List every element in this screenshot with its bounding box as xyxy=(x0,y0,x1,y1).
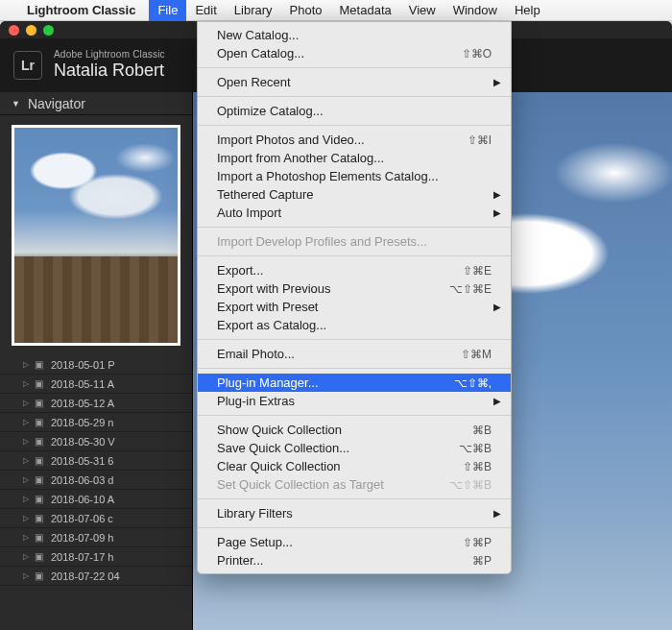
menu-item-shortcut: ⌥⌘B xyxy=(459,442,492,455)
disclosure-triangle-icon: ▷ xyxy=(23,437,29,446)
folder-icon: ▣ xyxy=(35,398,43,408)
submenu-arrow-icon: ▶ xyxy=(493,508,501,519)
folder-name: 2018-05-29 n xyxy=(51,417,113,428)
folder-row[interactable]: ▷▣2018-05-29 n xyxy=(0,413,192,432)
menubar-item-view[interactable]: View xyxy=(400,0,444,21)
menu-item-library-filters[interactable]: Library Filters▶ xyxy=(198,504,511,522)
folder-row[interactable]: ▷▣2018-07-22 04 xyxy=(0,567,192,586)
folder-icon: ▣ xyxy=(35,436,43,447)
file-menu-dropdown: New Catalog...Open Catalog...⇧⌘OOpen Rec… xyxy=(197,21,512,574)
menubar-item-window[interactable]: Window xyxy=(444,0,506,21)
menu-item-save-quick-collection[interactable]: Save Quick Collection...⌥⌘B xyxy=(198,439,511,457)
menu-item-label: Email Photo... xyxy=(217,347,451,361)
menubar-item-photo[interactable]: Photo xyxy=(281,0,331,21)
folder-name: 2018-06-10 A xyxy=(51,494,114,505)
menu-item-export-as-catalog[interactable]: Export as Catalog... xyxy=(198,316,511,334)
folder-row[interactable]: ▷▣2018-05-11 A xyxy=(0,375,192,394)
left-panel: ▼ Navigator ▷▣2018-05-01 P▷▣2018-05-11 A… xyxy=(0,92,193,630)
menubar-item-metadata[interactable]: Metadata xyxy=(331,0,400,21)
folder-row[interactable]: ▷▣2018-07-17 h xyxy=(0,547,192,567)
menu-item-label: Import from Another Catalog... xyxy=(217,151,492,165)
menu-item-new-catalog[interactable]: New Catalog... xyxy=(198,26,511,44)
menu-item-shortcut: ⇧⌘O xyxy=(462,47,492,61)
menu-item-label: Export with Previous xyxy=(217,281,440,296)
folder-row[interactable]: ▷▣2018-06-10 A xyxy=(0,490,192,509)
menu-item-label: Plug-in Manager... xyxy=(217,376,444,390)
menu-item-set-quick-collection-as-target: Set Quick Collection as Target⌥⇧⌘B xyxy=(198,475,511,494)
folder-name: 2018-05-31 6 xyxy=(51,455,113,467)
menu-item-tethered-capture[interactable]: Tethered Capture▶ xyxy=(198,185,511,204)
folder-row[interactable]: ▷▣2018-07-09 h xyxy=(0,528,192,547)
menu-item-label: Export as Catalog... xyxy=(217,318,492,332)
folder-name: 2018-07-22 04 xyxy=(51,570,120,582)
menu-item-import-develop-profiles-and-presets: Import Develop Profiles and Presets... xyxy=(198,232,511,251)
menu-item-shortcut: ⌥⇧⌘, xyxy=(454,376,492,390)
menu-item-import-photos-and-video[interactable]: Import Photos and Video...⇧⌘I xyxy=(198,131,511,149)
menu-item-label: Auto Import xyxy=(217,206,492,220)
menubar-item-help[interactable]: Help xyxy=(506,0,549,21)
minimize-icon[interactable] xyxy=(26,25,36,36)
folder-icon: ▣ xyxy=(35,494,43,504)
folder-name: 2018-06-03 d xyxy=(51,474,113,486)
menubar-item-file[interactable]: File xyxy=(149,0,186,21)
disclosure-triangle-icon: ▷ xyxy=(23,360,29,369)
submenu-arrow-icon: ▶ xyxy=(493,77,501,87)
menu-separator xyxy=(198,125,511,126)
menubar-app-name[interactable]: Lightroom Classic xyxy=(27,3,135,17)
folder-row[interactable]: ▷▣2018-05-30 V xyxy=(0,432,192,451)
menu-item-plug-in-extras[interactable]: Plug-in Extras▶ xyxy=(198,392,511,410)
menu-item-import-a-photoshop-elements-catalog[interactable]: Import a Photoshop Elements Catalog... xyxy=(198,167,511,185)
menubar-item-library[interactable]: Library xyxy=(226,0,281,21)
menu-item-label: Save Quick Collection... xyxy=(217,441,449,455)
menu-item-export-with-previous[interactable]: Export with Previous⌥⇧⌘E xyxy=(198,279,511,298)
navigator-title: Navigator xyxy=(28,96,85,111)
menu-item-email-photo[interactable]: Email Photo...⇧⌘M xyxy=(198,345,511,363)
folder-icon: ▣ xyxy=(35,551,43,562)
disclosure-triangle-icon: ▷ xyxy=(23,379,29,388)
menu-separator xyxy=(198,255,511,256)
disclosure-triangle-icon: ▷ xyxy=(23,456,29,465)
folder-row[interactable]: ▷▣2018-05-01 P xyxy=(0,355,192,375)
disclosure-triangle-icon: ▷ xyxy=(23,418,29,426)
menu-item-open-catalog[interactable]: Open Catalog...⇧⌘O xyxy=(198,44,511,62)
disclosure-triangle-icon: ▷ xyxy=(23,571,29,580)
menu-item-shortcut: ⌘P xyxy=(472,554,492,568)
macos-menubar: Lightroom Classic FileEditLibraryPhotoMe… xyxy=(0,0,672,21)
submenu-arrow-icon: ▶ xyxy=(493,396,501,406)
folder-name: 2018-07-09 h xyxy=(51,532,113,544)
navigator-preview[interactable] xyxy=(12,125,180,346)
menu-item-shortcut: ⇧⌘B xyxy=(463,460,492,473)
folder-row[interactable]: ▷▣2018-05-12 A xyxy=(0,394,192,413)
menu-item-export[interactable]: Export...⇧⌘E xyxy=(198,261,511,279)
menu-item-label: Open Recent xyxy=(217,75,492,89)
menu-separator xyxy=(198,67,511,68)
menu-item-auto-import[interactable]: Auto Import▶ xyxy=(198,204,511,222)
folder-row[interactable]: ▷▣2018-05-31 6 xyxy=(0,451,192,471)
close-icon[interactable] xyxy=(9,25,19,36)
menu-item-printer[interactable]: Printer...⌘P xyxy=(198,551,511,569)
folder-name: 2018-07-17 h xyxy=(51,551,113,563)
folder-icon: ▣ xyxy=(35,417,43,427)
folder-row[interactable]: ▷▣2018-06-03 d xyxy=(0,471,192,490)
folder-name: 2018-05-01 P xyxy=(51,359,115,371)
menu-item-optimize-catalog[interactable]: Optimize Catalog... xyxy=(198,102,511,120)
menu-item-import-from-another-catalog[interactable]: Import from Another Catalog... xyxy=(198,149,511,167)
menu-item-show-quick-collection[interactable]: Show Quick Collection⌘B xyxy=(198,421,511,439)
folder-name: 2018-05-30 V xyxy=(51,436,115,448)
zoom-icon[interactable] xyxy=(43,25,54,36)
menubar-item-edit[interactable]: Edit xyxy=(186,0,225,21)
menu-item-label: Set Quick Collection as Target xyxy=(217,477,440,492)
disclosure-triangle-icon: ▼ xyxy=(12,99,20,109)
folder-row[interactable]: ▷▣2018-07-06 c xyxy=(0,509,192,528)
menu-item-label: Printer... xyxy=(217,553,463,568)
folder-icon: ▣ xyxy=(35,378,43,389)
folder-name: 2018-05-11 A xyxy=(51,378,114,390)
menu-item-label: New Catalog... xyxy=(217,28,492,42)
menu-item-clear-quick-collection[interactable]: Clear Quick Collection⇧⌘B xyxy=(198,457,511,475)
disclosure-triangle-icon: ▷ xyxy=(23,475,29,484)
menu-item-plug-in-manager[interactable]: Plug-in Manager...⌥⇧⌘, xyxy=(198,374,511,392)
navigator-panel-header[interactable]: ▼ Navigator xyxy=(0,92,192,115)
menu-item-page-setup[interactable]: Page Setup...⇧⌘P xyxy=(198,533,511,551)
menu-item-open-recent[interactable]: Open Recent▶ xyxy=(198,73,511,91)
menu-item-export-with-preset[interactable]: Export with Preset▶ xyxy=(198,298,511,316)
